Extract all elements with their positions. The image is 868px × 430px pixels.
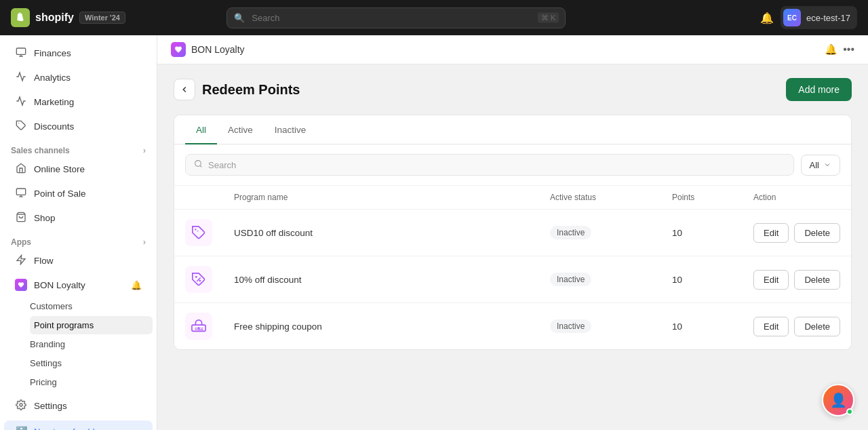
- sidebar-item-bon-settings[interactable]: Settings: [30, 354, 153, 372]
- sidebar-item-label: Online Store: [34, 164, 85, 174]
- app-more-icon[interactable]: •••: [843, 43, 854, 56]
- sidebar-item-label: Point of Sale: [34, 189, 86, 199]
- app-header-bar: BON Loyalty 🔔 •••: [157, 35, 868, 64]
- program-name-1: USD10 off discount: [223, 210, 539, 256]
- expand-icon[interactable]: ›: [143, 145, 146, 155]
- analytics-icon: [15, 71, 27, 84]
- apps-label: Apps: [11, 237, 31, 247]
- app-bell-icon[interactable]: 🔔: [825, 43, 837, 56]
- sidebar-item-pricing[interactable]: Pricing: [30, 373, 153, 391]
- search-input[interactable]: [208, 160, 785, 170]
- status-badge-1: Inactive: [550, 226, 591, 239]
- col-icon-header: [174, 186, 223, 210]
- action-buttons-2: Edit Delete: [753, 270, 840, 290]
- tab-active[interactable]: Active: [217, 115, 264, 144]
- svg-point-13: [199, 279, 201, 281]
- table-search-field[interactable]: [185, 154, 794, 176]
- programs-table: Program name Active status Points Action: [174, 186, 851, 349]
- sales-channels-label: Sales channels: [11, 146, 70, 155]
- svg-line-9: [200, 165, 201, 167]
- action-buttons-1: Edit Delete: [753, 223, 840, 243]
- sales-channels-section: Sales channels ›: [0, 141, 157, 157]
- status-badge-2: Inactive: [550, 273, 591, 286]
- sidebar-item-customers[interactable]: Customers: [30, 297, 153, 315]
- add-more-button[interactable]: Add more: [786, 78, 852, 101]
- tab-all[interactable]: All: [185, 115, 217, 144]
- sidebar-item-settings[interactable]: Settings: [4, 394, 153, 418]
- flow-icon: [15, 254, 27, 267]
- sidebar-item-label: Discounts: [34, 121, 74, 132]
- sidebar-item-non-transferable[interactable]: ℹ️ Non-transferable: [4, 421, 153, 430]
- status-cell-3: Inactive: [539, 303, 661, 350]
- pos-icon: [15, 187, 27, 200]
- points-cell-2: 10: [661, 256, 743, 303]
- sidebar-bon-loyalty[interactable]: BON Loyalty 🔔: [4, 273, 153, 296]
- page-title-left: Redeem Points: [174, 79, 300, 100]
- program-icon-3: FREE: [185, 313, 212, 340]
- sidebar-item-marketing[interactable]: Marketing: [4, 90, 153, 114]
- svg-point-8: [195, 161, 201, 167]
- sidebar-item-shop[interactable]: Shop: [4, 206, 153, 230]
- program-name-2: 10% off discount: [223, 256, 539, 303]
- search-icon: 🔍: [234, 13, 245, 23]
- col-program-name-header: Program name: [223, 186, 539, 210]
- edit-button-2[interactable]: Edit: [753, 270, 789, 290]
- sidebar-item-label: Flow: [34, 256, 54, 266]
- customers-label: Customers: [30, 301, 73, 311]
- col-action-header: Action: [743, 186, 851, 210]
- sidebar-item-online-store[interactable]: Online Store: [4, 157, 153, 181]
- bon-loyalty-left: BON Loyalty: [15, 279, 85, 291]
- sidebar-item-label: Marketing: [34, 97, 74, 107]
- page-title-bar: Redeem Points Add more: [174, 78, 852, 101]
- filter-dropdown[interactable]: All: [801, 155, 840, 176]
- expand-apps-icon[interactable]: ›: [143, 237, 146, 247]
- sidebar-item-branding[interactable]: Branding: [30, 335, 153, 353]
- sidebar-item-label: Shop: [34, 213, 56, 223]
- search-input[interactable]: [226, 7, 566, 28]
- topbar-search[interactable]: 🔍 ⌘ K: [226, 7, 566, 28]
- status-badge-3: Inactive: [550, 319, 591, 333]
- shop-icon: [15, 212, 27, 224]
- edit-button-3[interactable]: Edit: [753, 317, 789, 336]
- point-programs-label: Point programs: [34, 320, 94, 330]
- tab-inactive[interactable]: Inactive: [264, 115, 317, 144]
- bon-bell-icon: 🔔: [131, 280, 142, 290]
- sidebar-item-point-programs[interactable]: Point programs: [30, 316, 153, 334]
- sidebar-item-finances[interactable]: Finances: [4, 41, 153, 65]
- edit-button-1[interactable]: Edit: [753, 223, 789, 243]
- user-avatar-bottom[interactable]: 👤: [822, 384, 854, 416]
- svg-text:FREE: FREE: [195, 328, 203, 331]
- points-cell-3: 10: [661, 303, 743, 350]
- bon-app-icon: [171, 42, 186, 57]
- action-cell-1: Edit Delete: [743, 210, 851, 256]
- back-button[interactable]: [174, 79, 195, 100]
- delete-button-2[interactable]: Delete: [794, 270, 840, 290]
- row-icon-cell: [174, 210, 223, 256]
- sidebar: Finances Analytics Marketing Discounts: [0, 35, 157, 430]
- topbar-logo[interactable]: shopify Winter '24: [11, 8, 125, 27]
- non-transferable-label: Non-transferable: [34, 427, 100, 431]
- notification-bell-icon[interactable]: 🔔: [760, 12, 774, 24]
- sidebar-item-label: Analytics: [34, 73, 71, 83]
- svg-point-1: [18, 123, 19, 123]
- delete-button-3[interactable]: Delete: [794, 317, 840, 336]
- sidebar-item-flow[interactable]: Flow: [4, 249, 153, 273]
- col-points-header: Points: [661, 186, 743, 210]
- info-icon: ℹ️: [15, 426, 27, 430]
- col-status-header: Active status: [539, 186, 661, 210]
- table-search-icon: [194, 159, 203, 170]
- online-store-icon: [15, 163, 27, 176]
- sidebar-item-analytics[interactable]: Analytics: [4, 66, 153, 90]
- topbar-user-menu[interactable]: EC ece-test-17: [781, 6, 857, 29]
- settings-label: Settings: [34, 401, 67, 411]
- app-header-right: 🔔 •••: [825, 43, 854, 56]
- main-card: All Active Inactive: [174, 115, 852, 350]
- table-search-bar: All: [174, 144, 851, 186]
- shopify-icon: [11, 8, 30, 27]
- sidebar-item-point-of-sale[interactable]: Point of Sale: [4, 182, 153, 206]
- svg-point-7: [20, 404, 22, 406]
- shopify-wordmark: shopify: [35, 12, 74, 24]
- program-icon-1: [185, 219, 212, 246]
- delete-button-1[interactable]: Delete: [794, 223, 840, 243]
- sidebar-item-discounts[interactable]: Discounts: [4, 115, 153, 138]
